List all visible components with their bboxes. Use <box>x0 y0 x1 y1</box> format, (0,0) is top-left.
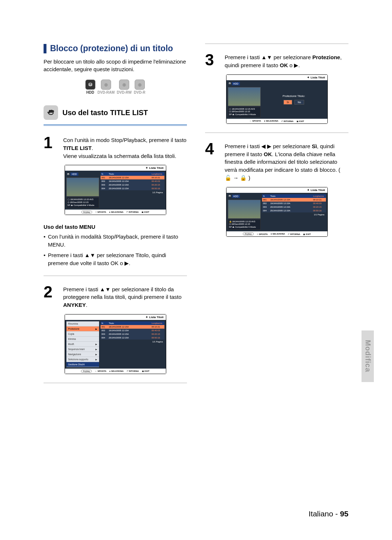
menu-supporto: Seleziona supporto▶ <box>66 357 99 362</box>
page-footer: Italiano - 95 <box>44 507 348 518</box>
menu-modif: Modif.▶ <box>66 342 99 347</box>
camera-icon: ⛃ <box>67 173 69 176</box>
sub-heading: 🖑 Uso del tasto TITLE LIST <box>44 105 187 120</box>
dvd-rw-icon: ◉ <box>119 80 129 90</box>
osd-title-list: Lista Titoli ⛃HDD ▢18/JAN/2005 12:15 AV3… <box>65 165 166 215</box>
step-3: 3 Premere i tasti ▲▼ per selezionare Pro… <box>205 52 348 69</box>
osd-anykey-menu: Lista Titoli Rinomina Protezione▶ Copia … <box>65 314 166 374</box>
intro-text: Per bloccare un titolo allo scopo di imp… <box>44 58 187 73</box>
dialog-yes-button[interactable]: Sì <box>283 100 293 105</box>
menu-elimina: Elimina <box>66 337 99 342</box>
dvd-ram-icon: ◉ <box>101 80 111 90</box>
menu-protezione: Protezione▶ <box>66 326 99 332</box>
osd-title-list-locked: Lista Titoli ⛃HDD 🔒18/JAN/2005 12:15 AV3… <box>226 187 328 237</box>
menu-note: Uso del tasto MENU Con l'unità in modali… <box>44 224 187 268</box>
clock-icon: ◷ <box>68 201 69 204</box>
title-list-icon: 🖑 <box>44 105 58 120</box>
media-chips: ⛁HDD ◉DVD-RAM ◉DVD-RW ◉DVD-R <box>44 80 187 94</box>
menu-navigazione: Navigazione▶ <box>66 352 99 357</box>
osd-protection-dialog: Lista Titoli ⛃HDD ▢18/JAN/2005 12:15 AV3… <box>226 74 328 124</box>
section-title: Blocco (protezione) di un titolo <box>44 44 187 53</box>
camera-icon: ⛃ <box>229 82 231 85</box>
menu-rinomina: Rinomina <box>66 321 99 326</box>
step-2: 2 Premere i tasti ▲▼ per selezionare il … <box>44 284 187 309</box>
step-4: 4 Premere i tasti ◀ ▶ per selezionare Sì… <box>205 141 348 182</box>
preview-thumbnail <box>66 178 99 196</box>
dvd-r-icon: ◉ <box>135 80 145 90</box>
gradient-divider <box>44 124 187 126</box>
side-tab-modifica: Modifica <box>362 330 374 382</box>
lock-icon: 🔒 <box>229 220 232 223</box>
section-bar-icon <box>44 44 46 53</box>
clip-icon: ▢ <box>68 198 70 201</box>
hdd-icon: ⛁ <box>85 80 95 90</box>
menu-sequenza: Sequenza brani▶ <box>66 347 99 352</box>
dialog-no-button[interactable]: No <box>294 100 304 105</box>
menu-dischi: Gestione Dischi <box>66 362 99 367</box>
menu-copia: Copia <box>66 332 99 337</box>
step-1: 1 Con l'unità in modo Stop/Playback, pre… <box>44 135 187 160</box>
camera-icon: ⛃ <box>229 195 231 198</box>
